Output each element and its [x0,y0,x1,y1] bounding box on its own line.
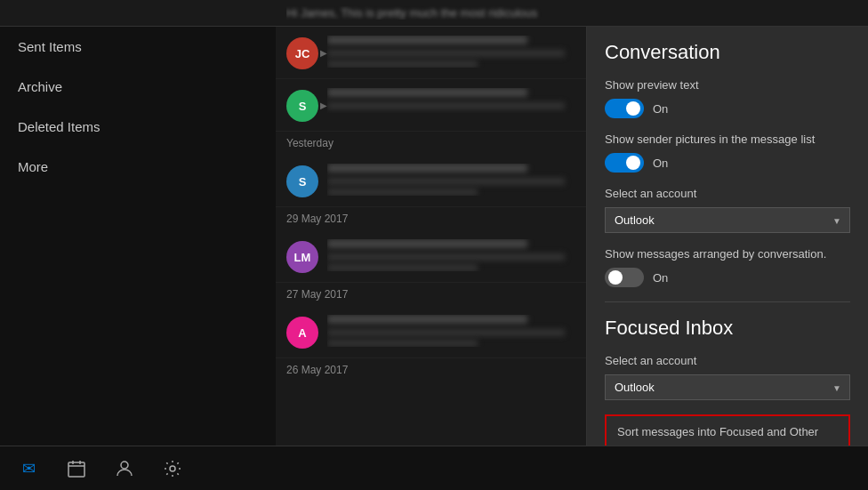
show-preview-toggle[interactable] [605,99,644,118]
show-conversation-state: On [653,271,668,285]
top-bar-subject: Hi James, This is pretty much the most r… [286,6,598,20]
conversation-title: Conversation [605,41,850,64]
date-separator: 29 May 2017 [276,207,586,230]
sidebar-item-sent-items[interactable]: Sent Items [0,27,276,67]
show-preview-setting: Show preview text On [605,78,850,118]
email-preview [327,329,565,336]
email-subject [327,315,527,324]
sort-messages-row: Sort messages into Focused and Other Off [605,414,850,446]
show-sender-toggle[interactable] [605,153,644,173]
expand-arrow-icon: ▶ [320,100,327,110]
email-preview2 [327,340,478,347]
email-preview [327,253,565,261]
show-sender-setting: Show sender pictures in the message list… [605,133,850,173]
sort-messages-label: Sort messages into Focused and Other [617,425,838,438]
email-subject [327,88,527,97]
select-account-dropdown[interactable]: Outlook [605,207,850,233]
focused-select-account-setting: Select an account Outlook [605,354,850,400]
email-preview [327,102,565,109]
email-item[interactable]: S [276,155,586,207]
bottom-nav: ✉ [0,446,868,490]
avatar: LM [286,241,318,273]
svg-rect-0 [68,462,84,477]
toggle-knob [626,156,640,170]
email-preview2 [327,189,478,196]
email-subject [327,239,527,248]
email-subject [327,164,527,173]
select-account-wrapper: Outlook [605,207,850,233]
sidebar-item-archive[interactable]: Archive [0,67,276,107]
focused-select-dropdown[interactable]: Outlook [605,374,850,400]
mail-nav-icon[interactable]: ✉ [18,458,39,479]
focused-select-account-label: Select an account [605,354,850,367]
email-content [327,239,577,271]
email-content [327,315,577,347]
show-sender-state: On [653,157,668,170]
settings-panel: Conversation Show preview text On Show s… [587,27,868,446]
date-separator: 27 May 2017 [276,283,586,306]
toggle-knob [626,101,640,116]
show-conversation-toggle-row: On [605,268,850,287]
email-item[interactable]: JC ▶ [276,27,586,79]
focused-inbox-section: Focused Inbox Select an account Outlook … [605,317,850,446]
select-account-label: Select an account [605,187,850,200]
show-sender-label: Show sender pictures in the message list [605,133,850,146]
show-sender-toggle-row: On [605,153,850,173]
calendar-nav-icon[interactable] [66,458,87,479]
sidebar-item-more[interactable]: More [0,147,276,187]
svg-point-5 [170,466,175,471]
focused-select-wrapper: Outlook [605,374,850,400]
show-conversation-label: Show messages arranged by conversation. [605,247,850,261]
show-conversation-setting: Show messages arranged by conversation. … [605,247,850,287]
focused-inbox-title: Focused Inbox [605,317,850,340]
email-subject [327,36,527,44]
avatar: S [286,165,318,197]
email-item[interactable]: S ▶ [276,79,586,132]
show-conversation-toggle[interactable] [605,268,644,287]
email-preview2 [327,60,478,68]
avatar: A [286,317,318,349]
select-account-setting: Select an account Outlook [605,187,850,233]
expand-arrow-icon: ▶ [320,48,327,58]
show-preview-state: On [653,102,668,116]
email-content [327,164,577,196]
settings-nav-icon[interactable] [162,458,183,479]
people-nav-icon[interactable] [114,458,135,479]
date-separator: Yesterday [276,132,586,155]
toggle-knob [608,270,623,285]
avatar: S [286,90,318,122]
sidebar: Sent Items Archive Deleted Items More [0,27,276,446]
email-content [327,36,577,68]
email-preview2 [327,264,478,271]
email-preview [327,178,565,185]
avatar: JC [286,37,318,69]
email-list: JC ▶ S ▶ Yesterday S [276,27,587,446]
date-separator: 26 May 2017 [276,358,586,382]
email-item[interactable]: LM [276,230,586,283]
svg-point-4 [121,462,128,469]
divider [605,301,850,302]
show-preview-label: Show preview text [605,78,850,92]
sidebar-item-deleted-items[interactable]: Deleted Items [0,107,276,147]
email-preview [327,50,565,57]
email-item[interactable]: A [276,306,586,358]
email-content [327,88,577,113]
show-preview-toggle-row: On [605,99,850,118]
